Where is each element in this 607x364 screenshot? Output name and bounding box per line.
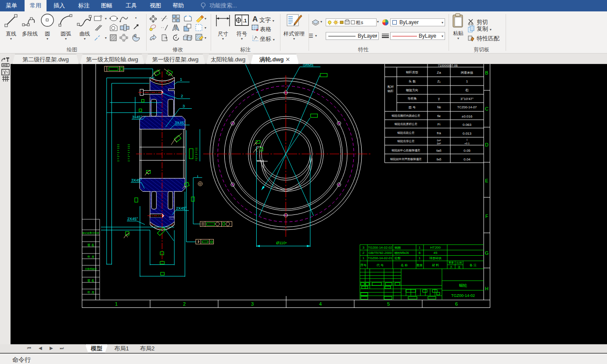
svg-text:TG200-14-02-02: TG200-14-02-02 <box>368 246 392 250</box>
svg-text:数量: 数量 <box>417 264 423 267</box>
svg-text:C: C <box>485 106 488 111</box>
svg-text:3: 3 <box>183 104 185 108</box>
svg-text:2: 2 <box>183 301 186 307</box>
svg-text:D: D <box>485 142 488 147</box>
svg-text:3X45°: 3X45° <box>131 178 142 182</box>
svg-text:蜗轮齿距公差: 蜗轮齿距公差 <box>398 131 415 135</box>
svg-text:1: 1 <box>180 77 182 82</box>
svg-text:图 号: 图 号 <box>409 106 416 109</box>
svg-text:3X45°: 3X45° <box>175 121 186 125</box>
svg-text:A: A <box>133 34 136 38</box>
svg-text:轮毂: 轮毂 <box>395 257 401 260</box>
svg-text:γ: γ <box>438 96 440 100</box>
svg-text:0.063: 0.063 <box>463 123 472 127</box>
svg-text:材 料: 材 料 <box>432 264 439 267</box>
svg-text:HT200: HT200 <box>430 246 441 250</box>
svg-text:TGZ00-14-02: TGZ00-14-02 <box>451 293 475 298</box>
svg-text:№: № <box>437 105 441 109</box>
svg-text:6: 6 <box>455 301 458 307</box>
svg-text:3: 3 <box>363 246 365 250</box>
svg-text:fаб: fаб <box>436 149 442 153</box>
svg-text:标记处数分区改: 标记处数分区改 <box>82 232 100 235</box>
svg-text:螺旋方向: 螺旋方向 <box>406 88 418 92</box>
svg-text:共: 共 <box>450 266 453 268</box>
svg-text:0.013: 0.013 <box>463 132 472 136</box>
svg-text:蜗轮副中心距极限偏差: 蜗轮副中心距极限偏差 <box>392 149 421 152</box>
svg-text:1: 1 <box>419 246 421 250</box>
svg-text:签 名: 签 名 <box>87 243 94 247</box>
svg-text:Ї: Ї <box>467 139 467 141</box>
svg-text:重量: 重量 <box>448 261 454 264</box>
svg-text:2X45°: 2X45° <box>176 206 187 211</box>
svg-text:GB/T5782-2000: GB/T5782-2000 <box>368 251 391 255</box>
svg-text:球墨铸铁: 球墨铸铁 <box>429 257 442 260</box>
svg-text:+: + <box>256 28 259 32</box>
svg-text:张: 张 <box>458 266 460 269</box>
svg-text:序号: 序号 <box>360 264 366 267</box>
svg-text:Fі: Fі <box>438 122 441 126</box>
svg-text:2: 2 <box>363 251 365 255</box>
svg-text:蜗轮: 蜗轮 <box>459 283 467 288</box>
svg-text:45: 45 <box>434 251 438 255</box>
svg-text:G: G <box>485 250 489 256</box>
svg-text:比例: 比例 <box>456 261 462 264</box>
svg-text:名 称: 名 称 <box>401 264 408 267</box>
svg-text:1: 1 <box>363 256 365 260</box>
svg-text:fга: fга <box>437 131 441 135</box>
svg-text:螺栓M5x26: 螺栓M5x26 <box>395 251 409 255</box>
svg-text:F: F <box>485 214 488 219</box>
svg-text:710000007-06: 710000007-06 <box>438 64 457 67</box>
svg-text:B: B <box>485 70 488 75</box>
svg-text:fік: fік <box>437 114 441 118</box>
svg-text:备 注: 备 注 <box>470 263 477 267</box>
svg-text:日角线标记: 日角线标记 <box>85 268 97 271</box>
svg-text:Ø110ⁿ: Ø110ⁿ <box>276 241 287 245</box>
svg-text:0.04: 0.04 <box>463 157 471 161</box>
svg-text:ξѕі²: ξѕі² <box>437 139 441 142</box>
svg-text:0.05: 0.05 <box>463 149 471 153</box>
svg-text:3x45°: 3x45° <box>132 115 143 119</box>
svg-text:蜗轮齿距累积公差: 蜗轮齿距累积公差 <box>395 122 418 126</box>
svg-text:ξѕі²: ξѕі² <box>437 142 441 145</box>
svg-text:1: 1 <box>419 256 421 260</box>
svg-text:Za: Za <box>437 71 441 75</box>
svg-text:年 月: 年 月 <box>87 291 94 294</box>
svg-text:蜗轮齿圈径向跳动公差: 蜗轮齿圈径向跳动公差 <box>392 114 421 118</box>
svg-text:2: 2 <box>181 94 183 98</box>
svg-text:3: 3 <box>251 301 254 307</box>
svg-text:蜗轮副中间平面极限偏差: 蜗轮副中间平面极限偏差 <box>390 157 422 161</box>
svg-text:±0.016: ±0.016 <box>462 114 473 118</box>
svg-text:粗s: 粗s <box>356 20 363 25</box>
svg-text:+0.1: +0.1 <box>464 142 470 145</box>
svg-text:1: 1 <box>466 79 468 83</box>
svg-text:头 数: 头 数 <box>409 80 416 83</box>
svg-text:5: 5 <box>387 301 390 307</box>
svg-text:代 号: 代 号 <box>376 264 384 267</box>
svg-text:配对: 配对 <box>388 85 394 89</box>
svg-text:GRMS: GRMS <box>303 64 313 67</box>
svg-text:蜗杆: 蜗杆 <box>388 89 394 93</box>
svg-text:蜗圈: 蜗圈 <box>395 246 401 250</box>
svg-text:3°10'47": 3°10'47" <box>460 97 474 101</box>
svg-text:fхб: fхб <box>437 157 442 161</box>
svg-text:1: 1 <box>115 301 118 307</box>
svg-text:年 月: 年 月 <box>87 255 94 259</box>
svg-text:2X45°: 2X45° <box>127 217 138 221</box>
svg-text:阿基米德: 阿基米德 <box>461 71 473 75</box>
svg-text:E: E <box>485 178 488 183</box>
svg-text:.1: .1 <box>243 18 247 23</box>
svg-text:H: H <box>485 286 488 291</box>
svg-text:右: 右 <box>465 88 469 92</box>
svg-text:蜗杆类型: 蜗杆类型 <box>406 71 418 74</box>
svg-text:6: 6 <box>419 251 421 255</box>
svg-text:TGZ00-14-02-01: TGZ00-14-02-01 <box>368 256 392 260</box>
svg-text:蜗轮齿厚公差: 蜗轮齿厚公差 <box>398 139 415 143</box>
svg-text:Z₁: Z₁ <box>437 79 441 83</box>
svg-text:签 名: 签 名 <box>87 279 94 282</box>
svg-text:导程角: 导程角 <box>408 97 417 100</box>
svg-text:4: 4 <box>319 301 322 307</box>
svg-text:TCZ00-14-07: TCZ00-14-07 <box>457 105 477 109</box>
